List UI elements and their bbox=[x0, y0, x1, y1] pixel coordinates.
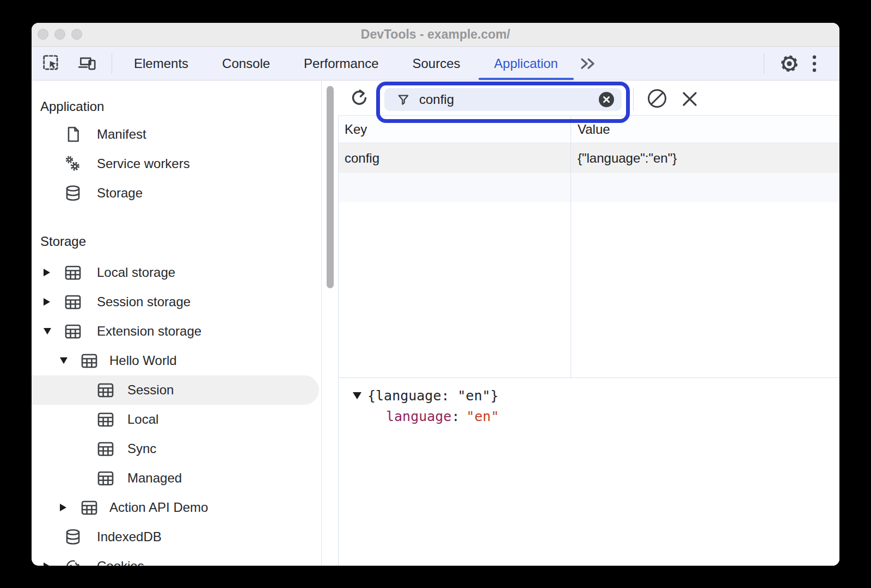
sidebar-item-cookies[interactable]: Cookies bbox=[32, 552, 321, 566]
tabbar-separator bbox=[112, 53, 112, 74]
storage-items-grid: Key Value config {"language":"en"} bbox=[338, 116, 839, 378]
table-icon bbox=[81, 352, 98, 369]
grid-cell-value[interactable]: {"language":"en"} bbox=[571, 143, 839, 173]
tab-performance[interactable]: Performance bbox=[287, 47, 395, 80]
toolbar-separator bbox=[633, 88, 634, 110]
settings-button[interactable] bbox=[778, 53, 800, 75]
devtools-tabbar: Elements Console Performance Sources App… bbox=[32, 47, 839, 81]
document-icon bbox=[64, 126, 82, 143]
expander-expanded-icon[interactable] bbox=[60, 357, 68, 364]
x-icon bbox=[680, 90, 699, 108]
inspect-cursor-icon bbox=[41, 53, 62, 74]
database-icon bbox=[64, 528, 82, 546]
expander-collapsed-icon[interactable] bbox=[44, 269, 51, 276]
tab-elements[interactable]: Elements bbox=[117, 47, 205, 80]
window-title: DevTools - example.com/ bbox=[32, 23, 839, 46]
property-value: "en" bbox=[466, 408, 499, 424]
sidebar-item-label: Session bbox=[127, 382, 174, 398]
clear-all-button[interactable] bbox=[646, 88, 668, 109]
table-icon bbox=[97, 411, 114, 428]
table-icon bbox=[97, 440, 114, 457]
sidebar-item-label: Action API Demo bbox=[109, 500, 208, 515]
sidebar-item-hello-world[interactable]: Hello World bbox=[32, 346, 321, 375]
sidebar-item-storage[interactable]: Storage bbox=[32, 178, 321, 208]
sidebar-item-local-storage[interactable]: Local storage bbox=[32, 258, 321, 287]
sidebar-item-indexeddb[interactable]: IndexedDB bbox=[32, 522, 321, 552]
sidebar-item-label: Sync bbox=[127, 441, 156, 456]
expander-collapsed-icon[interactable] bbox=[44, 298, 51, 306]
expander-collapsed-icon[interactable] bbox=[60, 504, 68, 511]
grid-header-row: Key Value bbox=[339, 116, 839, 143]
sidebar-item-label: Hello World bbox=[109, 353, 177, 368]
delete-selected-button[interactable] bbox=[680, 90, 699, 108]
three-dot-menu-icon bbox=[812, 54, 817, 73]
sidebar-item-local[interactable]: Local bbox=[32, 405, 321, 434]
sidebar-item-extension-storage[interactable]: Extension storage bbox=[32, 317, 321, 346]
filter-funnel-icon bbox=[396, 92, 410, 107]
expander-expanded-icon[interactable] bbox=[44, 328, 51, 335]
grid-cell-key[interactable]: config bbox=[339, 143, 571, 173]
devtools-window: DevTools - example.com/ bbox=[32, 23, 839, 566]
sidebar-item-service-workers[interactable]: Service workers bbox=[32, 149, 321, 178]
grid-row-config[interactable]: config {"language":"en"} bbox=[339, 143, 839, 173]
sidebar-item-sync[interactable]: Sync bbox=[32, 434, 321, 463]
sidebar-item-label: Session storage bbox=[97, 294, 191, 310]
sidebar-item-label: Cookies bbox=[97, 559, 144, 566]
refresh-icon bbox=[350, 88, 371, 109]
filter-field[interactable] bbox=[384, 88, 622, 111]
sidebar-item-label: Manifest bbox=[97, 127, 146, 142]
preview-root-line[interactable]: {language: "en"} bbox=[339, 386, 839, 405]
property-colon: : bbox=[451, 408, 459, 424]
screenshot-stage: DevTools - example.com/ bbox=[0, 0, 871, 588]
sidebar-item-manifest[interactable]: Manifest bbox=[32, 120, 321, 149]
sidebar-item-label: Local bbox=[127, 412, 158, 427]
table-icon bbox=[64, 264, 82, 281]
value-preview-pane: {language: "en"} language: "en" bbox=[338, 378, 839, 566]
expander-expanded-icon[interactable] bbox=[353, 392, 361, 399]
cookie-icon bbox=[64, 558, 82, 566]
table-icon bbox=[64, 293, 82, 311]
table-icon bbox=[97, 381, 114, 399]
filter-input[interactable] bbox=[418, 91, 556, 108]
sidebar-item-managed[interactable]: Managed bbox=[32, 463, 321, 493]
table-icon bbox=[97, 469, 114, 487]
sidebar-item-label: Storage bbox=[97, 185, 143, 201]
sidebar-item-label: IndexedDB bbox=[97, 529, 162, 544]
preview-root-text: {language: "en"} bbox=[367, 388, 499, 404]
extension-storage-panel: Key Value config {"language":"en"} bbox=[338, 81, 839, 566]
grid-row-empty[interactable] bbox=[339, 173, 839, 202]
device-toolbar-icon bbox=[77, 53, 98, 74]
database-icon bbox=[64, 184, 82, 202]
sidebar-item-label: Extension storage bbox=[97, 324, 201, 339]
tab-console[interactable]: Console bbox=[205, 47, 287, 80]
block-circle-slash-icon bbox=[646, 88, 668, 109]
preview-property-line[interactable]: language: "en" bbox=[339, 405, 839, 427]
inspect-element-button[interactable] bbox=[41, 53, 63, 75]
column-header-value[interactable]: Value bbox=[571, 116, 839, 143]
tabbar-right-separator bbox=[764, 53, 764, 74]
expander-collapsed-icon[interactable] bbox=[44, 562, 51, 566]
gears-icon bbox=[64, 155, 82, 172]
device-toolbar-button[interactable] bbox=[77, 53, 99, 75]
column-header-key[interactable]: Key bbox=[339, 116, 571, 143]
titlebar: DevTools - example.com/ bbox=[32, 23, 839, 47]
sidebar-section-storage: Storage bbox=[32, 228, 321, 255]
property-name: language bbox=[386, 408, 451, 424]
sidebar-item-session-storage[interactable]: Session storage bbox=[32, 287, 321, 317]
sidebar-section-application: Application bbox=[32, 94, 321, 120]
sidebar-scrollbar-thumb[interactable] bbox=[327, 86, 334, 288]
storage-toolbar bbox=[338, 81, 839, 116]
sidebar-item-label: Managed bbox=[127, 471, 182, 486]
tab-application[interactable]: Application bbox=[477, 47, 575, 80]
chevron-double-right-icon bbox=[578, 55, 597, 72]
tabbar-right-controls bbox=[764, 53, 839, 75]
refresh-button[interactable] bbox=[350, 88, 371, 109]
sidebar-item-action-api-demo[interactable]: Action API Demo bbox=[32, 493, 321, 522]
table-icon bbox=[64, 323, 82, 340]
tab-sources[interactable]: Sources bbox=[396, 47, 477, 80]
sidebar-item-session[interactable]: Session bbox=[32, 375, 319, 405]
more-options-button[interactable] bbox=[803, 53, 825, 75]
more-tabs-button[interactable] bbox=[578, 55, 597, 72]
clear-filter-button[interactable] bbox=[598, 91, 615, 108]
sidebar-item-label: Local storage bbox=[97, 265, 175, 280]
